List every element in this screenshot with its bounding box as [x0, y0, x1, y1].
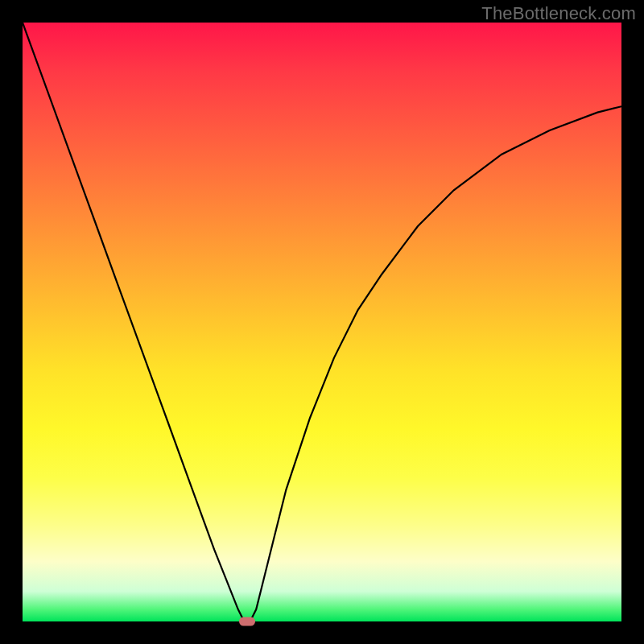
watermark-text: TheBottleneck.com [481, 3, 636, 24]
plot-area [23, 23, 621, 621]
bottleneck-curve [23, 23, 621, 621]
chart-stage: TheBottleneck.com [0, 0, 644, 644]
curve-layer [23, 23, 621, 621]
optimum-marker [239, 617, 255, 626]
